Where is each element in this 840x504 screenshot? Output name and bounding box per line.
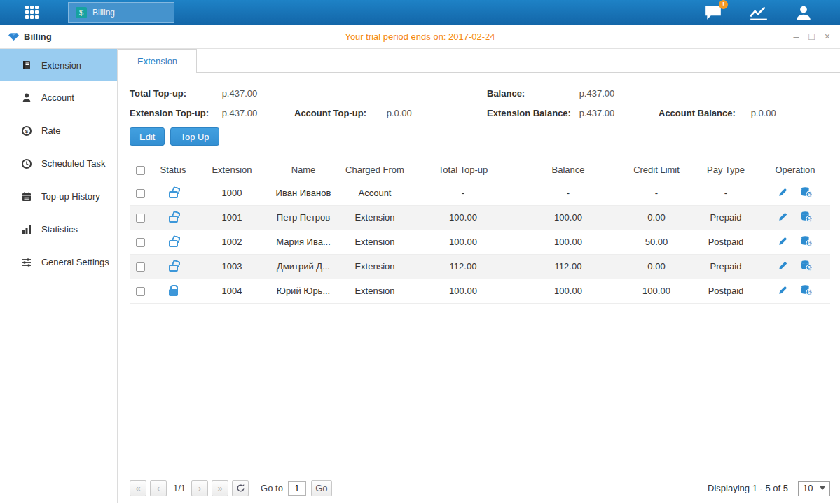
cell-pay-type: Postpaid [691, 279, 760, 303]
chevron-down-icon [820, 486, 825, 490]
sidebar-item-general-settings[interactable]: General Settings [0, 246, 117, 279]
page-size-select[interactable]: 10 [798, 481, 830, 496]
status-lock-icon [169, 240, 178, 247]
user-account-icon[interactable] [795, 5, 812, 20]
trial-notice: Your trial period ends on: 2017-02-24 [345, 31, 495, 42]
topbar-tab-billing[interactable]: $ Billing [68, 2, 174, 23]
billing-summary: Total Top-up: p.437.00 Balance: p.437.00… [130, 88, 830, 118]
summary-account-balance: Account Balance: p.0.00 [659, 108, 830, 118]
last-page-button[interactable]: » [212, 480, 228, 496]
cell-balance: - [515, 181, 621, 205]
first-page-button[interactable]: « [130, 480, 146, 496]
cell-balance: 100.00 [515, 205, 621, 230]
coin-icon: $ [21, 125, 32, 136]
sidebar-item-statistics[interactable]: Statistics [0, 213, 117, 246]
sidebar-item-label: Rate [41, 125, 60, 136]
extension-table: Status Extension Name Charged From Total… [130, 160, 830, 304]
cell-pay-type: Prepaid [691, 205, 760, 230]
next-page-button[interactable]: › [191, 480, 208, 496]
edit-button[interactable]: Edit [130, 127, 165, 146]
summary-total-topup: Total Top-up: p.437.00 [130, 88, 294, 99]
edit-icon[interactable] [778, 284, 789, 295]
goto-page-input[interactable] [288, 481, 306, 496]
summary-balance: Balance: p.437.00 [487, 88, 659, 99]
row-checkbox[interactable] [136, 262, 145, 272]
calendar-icon [21, 191, 32, 202]
status-lock-icon [169, 216, 178, 223]
col-status: Status [151, 160, 195, 181]
cell-extension: 1003 [195, 254, 268, 279]
cell-charged-from: Extension [338, 279, 411, 303]
col-credit-limit: Credit Limit [621, 160, 691, 181]
cell-credit-limit: 50.00 [621, 230, 691, 254]
cell-total-topup: 112.00 [411, 254, 515, 279]
cell-extension: 1004 [195, 279, 268, 303]
sidebar-item-scheduled-task[interactable]: Scheduled Task [0, 147, 117, 180]
sidebar-item-extension[interactable]: Extension [0, 49, 117, 81]
cell-credit-limit: 0.00 [621, 254, 691, 279]
cell-credit-limit: - [621, 181, 691, 205]
sidebar: Extension Account $ Rate Scheduled Task [0, 49, 118, 503]
cell-charged-from: Extension [338, 254, 411, 279]
row-checkbox[interactable] [136, 287, 145, 296]
app-menu-icon[interactable] [25, 6, 39, 19]
book-icon [21, 59, 32, 71]
maximize-icon[interactable]: □ [808, 31, 814, 41]
topup-icon[interactable] [800, 235, 813, 246]
page-size-value: 10 [803, 483, 813, 493]
col-pay-type: Pay Type [691, 160, 760, 181]
edit-icon[interactable] [778, 260, 789, 271]
col-operation: Operation [760, 160, 830, 181]
person-icon [795, 5, 812, 20]
topup-icon[interactable] [800, 260, 813, 271]
minimize-icon[interactable]: – [794, 31, 799, 41]
status-lock-icon [169, 289, 178, 296]
line-chart-icon [749, 5, 769, 20]
go-button[interactable]: Go [311, 480, 332, 496]
notifications-icon[interactable]: ! [704, 4, 722, 21]
displaying-text: Displaying 1 - 5 of 5 [708, 483, 788, 493]
row-checkbox[interactable] [136, 189, 145, 198]
cell-credit-limit: 0.00 [621, 205, 691, 230]
edit-icon[interactable] [778, 235, 789, 246]
edit-icon[interactable] [778, 211, 789, 222]
cell-balance: 100.00 [515, 279, 621, 303]
sidebar-item-account[interactable]: Account [0, 81, 117, 114]
col-balance: Balance [515, 160, 621, 181]
goto-label: Go to [261, 483, 283, 493]
clock-icon [21, 158, 32, 169]
row-checkbox[interactable] [136, 214, 145, 223]
cell-charged-from: Account [338, 181, 411, 205]
cell-name: Иван Иванов [268, 181, 338, 205]
cell-total-topup: 100.00 [411, 279, 515, 303]
table-row: 1000 Иван Иванов Account - - - - [130, 181, 830, 205]
sidebar-item-label: Scheduled Task [41, 158, 106, 169]
sidebar-item-rate[interactable]: $ Rate [0, 114, 117, 147]
cell-name: Юрий Юрь... [268, 279, 338, 303]
reports-icon[interactable] [749, 5, 769, 20]
pagination-bar: « ‹ 1/1 › » Go to Go Displaying 1 - 5 of… [130, 480, 830, 496]
top-up-button[interactable]: Top Up [170, 127, 219, 146]
topup-icon[interactable] [800, 211, 813, 222]
prev-page-button[interactable]: ‹ [150, 480, 167, 496]
cell-name: Мария Ива... [268, 230, 338, 254]
row-checkbox[interactable] [136, 238, 145, 247]
edit-icon[interactable] [778, 186, 789, 197]
tab-extension[interactable]: Extension [118, 49, 197, 73]
select-all-checkbox[interactable] [136, 166, 145, 175]
sliders-icon [21, 257, 32, 268]
topup-icon[interactable] [800, 284, 813, 295]
table-row: 1002 Мария Ива... Extension 100.00 100.0… [130, 230, 830, 254]
refresh-button[interactable] [232, 480, 249, 496]
summary-extension-balance: Extension Balance: p.437.00 [487, 108, 659, 118]
sidebar-item-topup-history[interactable]: Top-up History [0, 180, 117, 213]
status-lock-icon [169, 265, 178, 272]
cell-credit-limit: 100.00 [621, 279, 691, 303]
topup-icon[interactable] [800, 186, 813, 197]
cell-total-topup: 100.00 [411, 205, 515, 230]
col-charged-from: Charged From [338, 160, 411, 181]
close-icon[interactable]: × [825, 31, 830, 41]
table-row: 1003 Дмитрий Д... Extension 112.00 112.0… [130, 254, 830, 279]
col-total-topup: Total Top-up [411, 160, 515, 181]
cell-total-topup: - [411, 181, 515, 205]
